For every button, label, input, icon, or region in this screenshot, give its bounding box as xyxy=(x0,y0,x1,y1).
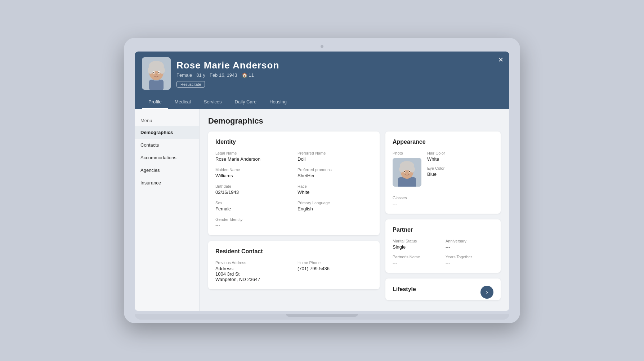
primary-language-label: Primary Language xyxy=(298,201,372,205)
lifestyle-card-title: Lifestyle xyxy=(393,286,416,293)
identity-card: Identity Legal Name Rose Marie Anderson … xyxy=(208,132,380,235)
appearance-fields: Hair Color White Eye Color Blue xyxy=(427,151,493,181)
svg-rect-1 xyxy=(149,80,164,90)
contact-fields: Previous Address Address: 1004 3rd St Wa… xyxy=(215,260,372,282)
preferred-pronouns-field: Preferred pronouns She/Her xyxy=(298,168,372,178)
resuscitate-badge: Resuscitate xyxy=(176,81,205,88)
lifestyle-card: Lifestyle › xyxy=(385,278,501,300)
birthdate-label: Birthdate xyxy=(215,184,290,188)
gender-identity-field: Gender Identity --- xyxy=(215,217,290,228)
hair-color-field: Hair Color White xyxy=(427,151,445,162)
preferred-name-label: Preferred Name xyxy=(298,151,372,155)
home-phone-label: Home Phone xyxy=(298,260,372,265)
partners-name-value: --- xyxy=(393,260,440,266)
svg-point-19 xyxy=(404,171,405,172)
birthdate-field: Birthdate 02/16/1943 xyxy=(215,184,290,195)
camera-dot xyxy=(321,45,323,48)
photo-label: Photo xyxy=(393,151,421,155)
legal-name-value: Rose Marie Anderson xyxy=(215,156,290,162)
svg-point-4 xyxy=(148,67,153,74)
svg-point-20 xyxy=(409,171,410,172)
appearance-card: Appearance Photo xyxy=(385,132,501,214)
resident-contact-card: Resident Contact Previous Address Addres… xyxy=(208,241,380,289)
years-together-field: Years Together --- xyxy=(446,255,493,266)
home-phone-field: Home Phone (701) 799-5436 xyxy=(298,260,372,282)
lifestyle-header: Lifestyle › xyxy=(393,286,493,299)
eye-color-label: Eye Color xyxy=(427,166,444,170)
marital-status-value: Single xyxy=(393,244,440,250)
sidebar-item-accommodations[interactable]: Accommodations xyxy=(135,151,199,164)
sidebar-item-insurance[interactable]: Insurance xyxy=(135,177,199,189)
resident-meta: Female 81 y Feb 16, 1943 🏠 11 xyxy=(176,72,502,78)
eye-color-value: Blue xyxy=(427,171,444,177)
section-title: Demographics xyxy=(208,116,501,126)
main-layout: Menu Demographics Contacts Accommodation… xyxy=(135,109,509,311)
partners-name-label: Partner's Name xyxy=(393,255,440,259)
preferred-pronouns-label: Preferred pronouns xyxy=(298,168,372,172)
sidebar-item-agencies[interactable]: Agencies xyxy=(135,164,199,177)
header: Rose Marie Anderson Female 81 y Feb 16, … xyxy=(135,52,509,109)
anniversary-value: --- xyxy=(446,244,493,250)
marital-status-field: Marital Status Single xyxy=(393,239,440,250)
home-phone-value: (701) 799-5436 xyxy=(298,266,372,271)
maiden-name-field: Maiden Name Williams xyxy=(215,168,290,178)
appearance-card-title: Appearance xyxy=(393,139,493,145)
screen: Rose Marie Anderson Female 81 y Feb 16, … xyxy=(135,52,509,311)
resident-info: Rose Marie Anderson Female 81 y Feb 16, … xyxy=(176,60,502,88)
hair-color-section: Hair Color White xyxy=(427,151,493,162)
years-together-value: --- xyxy=(446,260,493,266)
legal-name-label: Legal Name xyxy=(215,151,290,155)
gender-identity-value: --- xyxy=(215,223,290,228)
previous-address-value: Address: 1004 3rd St Wahpeton, ND 23647 xyxy=(215,266,290,282)
resident-dob: Feb 16, 1943 xyxy=(210,72,237,78)
hair-color-label: Hair Color xyxy=(427,151,445,155)
svg-point-15 xyxy=(399,166,404,173)
content: Demographics Identity Legal Name Rose Ma… xyxy=(200,109,509,311)
sidebar-menu-label: Menu xyxy=(135,115,199,126)
sidebar-item-contacts[interactable]: Contacts xyxy=(135,139,199,151)
preferred-name-value: Doll xyxy=(298,156,372,162)
identity-fields: Legal Name Rose Marie Anderson Preferred… xyxy=(215,151,372,228)
glasses-section: Glasses --- xyxy=(393,191,493,206)
sex-value: Female xyxy=(215,206,290,211)
tab-profile[interactable]: Profile xyxy=(142,95,168,109)
right-column: Appearance Photo xyxy=(385,132,501,300)
eye-color-field: Eye Color Blue xyxy=(427,166,444,177)
eye-color-section: Eye Color Blue xyxy=(427,166,493,177)
lifestyle-scroll-button[interactable]: › xyxy=(480,286,493,299)
svg-point-16 xyxy=(410,166,415,173)
tab-services[interactable]: Services xyxy=(197,95,228,109)
race-label: Race xyxy=(298,184,372,188)
preferred-pronouns-value: She/Her xyxy=(298,173,372,178)
hair-color-value: White xyxy=(427,156,445,162)
marital-status-label: Marital Status xyxy=(393,239,440,243)
close-button[interactable]: ✕ xyxy=(498,56,504,64)
room-number: 11 xyxy=(249,72,254,78)
partner-fields: Marital Status Single Anniversary --- Pa… xyxy=(393,239,493,266)
sex-field: Sex Female xyxy=(215,201,290,211)
sex-label: Sex xyxy=(215,201,290,205)
race-value: White xyxy=(298,190,372,195)
glasses-value: --- xyxy=(393,201,493,206)
tab-housing[interactable]: Housing xyxy=(263,95,293,109)
resident-contact-title: Resident Contact xyxy=(215,248,372,255)
primary-language-value: English xyxy=(298,206,372,211)
sidebar-item-demographics[interactable]: Demographics xyxy=(135,126,199,139)
appearance-inner: Photo xyxy=(393,151,493,187)
birthdate-value: 02/16/1943 xyxy=(215,190,290,195)
appearance-photo xyxy=(393,158,421,187)
resident-photo xyxy=(142,57,171,90)
tab-medical[interactable]: Medical xyxy=(168,95,197,109)
tab-daily-care[interactable]: Daily Care xyxy=(228,95,263,109)
race-field: Race White xyxy=(298,184,372,195)
maiden-name-label: Maiden Name xyxy=(215,168,290,172)
glasses-label: Glasses xyxy=(393,196,493,200)
resident-age: 81 y xyxy=(196,72,205,78)
nav-tabs: Profile Medical Services Daily Care Hous… xyxy=(142,95,502,109)
sidebar: Menu Demographics Contacts Accommodation… xyxy=(135,109,200,311)
anniversary-label: Anniversary xyxy=(446,239,493,243)
svg-point-8 xyxy=(153,72,155,73)
previous-address-field: Previous Address Address: 1004 3rd St Wa… xyxy=(215,260,290,282)
resident-name: Rose Marie Anderson xyxy=(176,60,502,71)
identity-card-title: Identity xyxy=(215,139,372,145)
